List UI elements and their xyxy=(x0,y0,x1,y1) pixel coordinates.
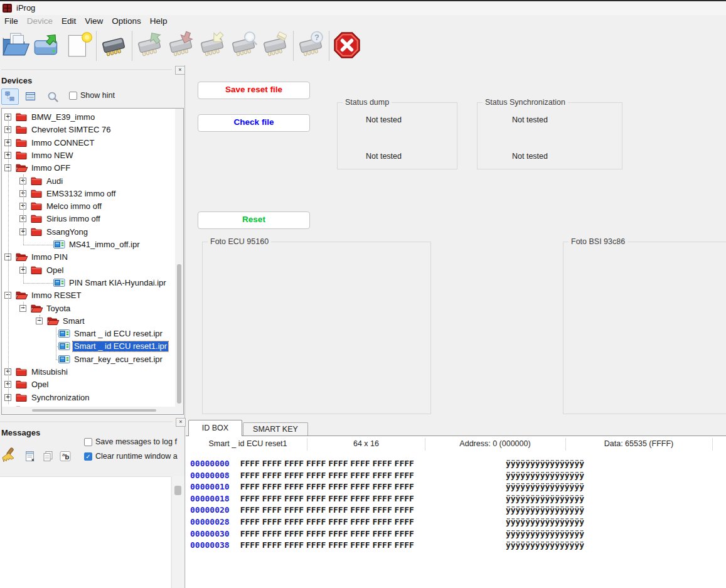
tree-item-opel[interactable]: +Opel xyxy=(2,264,183,277)
window-title: iProg xyxy=(16,3,35,13)
erase-chip-icon xyxy=(261,51,290,62)
tree-item-toyota[interactable]: −Toyota xyxy=(2,302,183,315)
clear-messages-button[interactable] xyxy=(0,447,19,466)
tree-item-smart-id-ecu-reset-ipr[interactable]: Smart _ id ECU reset.ipr xyxy=(2,328,183,340)
document-delete-icon: x xyxy=(25,453,36,464)
svg-text:x: x xyxy=(31,457,35,462)
tree-horizontal-scrollbar[interactable] xyxy=(2,407,183,414)
tree-hscrollbar-thumb[interactable] xyxy=(32,409,156,412)
new-buffer-button[interactable] xyxy=(63,30,94,63)
close-icon: × xyxy=(179,419,182,425)
tree-item-immo-reset[interactable]: −Immo RESET xyxy=(2,289,183,302)
erase-chip-button[interactable] xyxy=(260,30,291,63)
hex-address: 00000030 xyxy=(190,529,230,538)
tree-item-smar-key-ecu-reset-ipr[interactable]: Smar_key_ecu_reset.ipr xyxy=(2,353,183,366)
font-button[interactable]: ab xyxy=(58,448,73,463)
tree-item-synchronization[interactable]: +Synchronization xyxy=(2,392,183,404)
messages-scrollbar[interactable] xyxy=(171,476,184,588)
tree-item-label: Immo CONNECT xyxy=(30,138,95,148)
delete-log-button[interactable]: x xyxy=(23,448,38,463)
ipr-file-icon xyxy=(58,329,70,340)
save-reset-file-button[interactable]: Save reset file xyxy=(198,82,310,99)
menu-edit[interactable]: Edit xyxy=(57,15,80,27)
search-device-button[interactable] xyxy=(44,88,61,105)
tree-item-immo-off[interactable]: −Immo OFF xyxy=(2,162,183,174)
tree-item-ssangyong[interactable]: +SsangYong xyxy=(2,226,183,238)
stop-button[interactable] xyxy=(331,30,363,63)
tree-scrollbar-thumb[interactable] xyxy=(177,264,181,404)
status-dump-line1: Not tested xyxy=(366,115,402,124)
tree-item-opel[interactable]: +Opel xyxy=(2,378,183,391)
menu-device[interactable]: Device xyxy=(23,15,57,27)
tree-item-melco-immo-off[interactable]: +Melco immo off xyxy=(2,200,183,213)
tree-item-sirius-immo-off[interactable]: +Sirius immo off xyxy=(2,213,183,225)
foto-bsi-group: Foto BSI 93c86 xyxy=(563,242,726,414)
tab-id-box[interactable]: ID BOX xyxy=(188,420,242,436)
list-view-button[interactable] xyxy=(21,88,39,105)
reset-button[interactable]: Reset xyxy=(198,211,310,229)
tree-item-smart[interactable]: −Smart xyxy=(2,315,183,328)
tree-item-ems3132-immo-off[interactable]: +EMS3132 immo off xyxy=(2,188,183,200)
copy-messages-button[interactable] xyxy=(40,448,55,463)
folder-icon xyxy=(31,214,42,225)
check-file-button[interactable]: Check file xyxy=(198,114,310,132)
tree-item-bmw-e39-immo[interactable]: +BMW_E39_immo xyxy=(2,111,183,124)
tree-item-immo-new[interactable]: +Immo NEW xyxy=(2,149,183,162)
devices-panel-close-button[interactable]: × xyxy=(175,66,185,75)
menu-options[interactable]: Options xyxy=(107,15,146,27)
status-sync-line1: Not tested xyxy=(512,115,548,124)
tree-item-ms41-immo-off-ipr[interactable]: MS41_immo_off.ipr xyxy=(2,238,183,251)
tree-guide-line xyxy=(40,315,40,321)
tree-item-label: Smart _ id ECU reset1.ipr xyxy=(73,341,168,351)
tree-item-immo-connect[interactable]: +Immo CONNECT xyxy=(2,137,183,149)
tree-item-label: Immo PIN xyxy=(30,252,69,262)
messages-panel-close-button[interactable]: × xyxy=(176,418,186,427)
folder-open-icon xyxy=(16,252,28,264)
tree-item-chevrolet-simtec-76[interactable]: +Chevrolet SIMTEC 76 xyxy=(2,124,183,136)
clear-runtime-checkbox[interactable]: ✓ xyxy=(84,452,92,461)
tab-smart-key[interactable]: SMART KEY xyxy=(243,422,308,436)
messages-output[interactable] xyxy=(0,476,171,588)
tree-item-pin-smart-kia-hyundai-ipr[interactable]: PIN Smart KIA-Hyundai.ipr xyxy=(2,277,183,289)
status-sync-line2: Not tested xyxy=(512,152,548,161)
devices-panel-gripper[interactable] xyxy=(1,70,172,71)
tree-item-immo-pin[interactable]: −Immo PIN xyxy=(2,251,183,264)
hex-words: FFFF FFFF FFFF FFFF FFFF FFFF FFFF FFFF xyxy=(240,471,414,480)
tree-item-label: Sirius immo off xyxy=(45,214,102,224)
verify-chip-button[interactable] xyxy=(197,30,228,63)
tree-view-button[interactable] xyxy=(1,88,19,105)
tree-item-label: Chevrolet SIMTEC 76 xyxy=(30,125,112,135)
tree-item-mitsubishi[interactable]: +Mitsubishi xyxy=(2,366,183,378)
tree-item-label: Smart xyxy=(61,316,86,326)
font-icon: ab xyxy=(60,453,71,464)
tree-item-label: Audi xyxy=(45,176,64,186)
hex-header-name: Smart _ id ECU reset1 xyxy=(189,439,307,448)
menu-help[interactable]: Help xyxy=(146,15,172,27)
hex-ascii: ÿÿÿÿÿÿÿÿÿÿÿÿÿÿÿÿ xyxy=(506,517,584,527)
save-file-button[interactable] xyxy=(31,30,63,63)
hex-words: FFFF FFFF FFFF FFFF FFFF FFFF FFFF FFFF xyxy=(240,459,414,468)
search-chip-button[interactable] xyxy=(228,30,260,63)
save-log-checkbox[interactable] xyxy=(84,438,92,446)
messages-scrollbar-thumb[interactable] xyxy=(174,486,181,495)
messages-panel-gripper[interactable] xyxy=(0,422,173,423)
devices-tree[interactable]: +BMW_E39_immo+Chevrolet SIMTEC 76+Immo C… xyxy=(1,108,184,415)
app-icon xyxy=(3,3,13,13)
tree-item-smart-id-ecu-reset1-ipr[interactable]: Smart _ id ECU reset1.ipr xyxy=(2,340,183,353)
tree-item-audi[interactable]: +Audi xyxy=(2,175,183,188)
show-hint-checkbox[interactable] xyxy=(69,92,77,100)
write-chip-button[interactable] xyxy=(166,30,197,63)
select-device-button[interactable] xyxy=(99,30,130,63)
open-file-icon xyxy=(1,51,31,62)
open-file-button[interactable] xyxy=(0,30,31,63)
tree-vertical-scrollbar[interactable] xyxy=(175,109,183,407)
chip-info-button[interactable]: ? xyxy=(296,30,327,63)
read-chip-button[interactable] xyxy=(134,30,166,63)
tree-item-label: Immo OFF xyxy=(30,163,72,173)
menu-file[interactable]: File xyxy=(0,15,23,27)
menu-view[interactable]: View xyxy=(80,15,107,27)
hex-row: 00000008FFFF FFFF FFFF FFFF FFFF FFFF FF… xyxy=(190,471,584,480)
messages-panel-title: Messages xyxy=(1,428,40,437)
hex-ascii: ÿÿÿÿÿÿÿÿÿÿÿÿÿÿÿÿ xyxy=(506,482,584,491)
hex-words: FFFF FFFF FFFF FFFF FFFF FFFF FFFF FFFF xyxy=(240,505,414,515)
